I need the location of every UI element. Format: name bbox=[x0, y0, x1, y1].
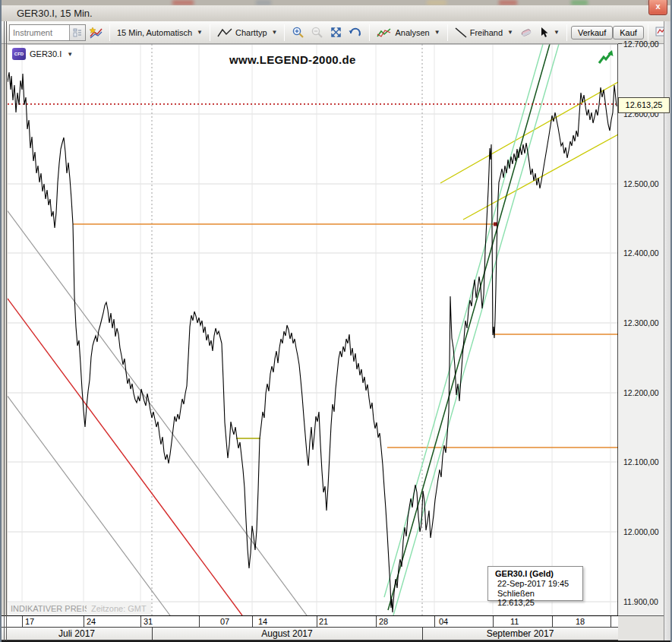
chart-window: GER30.I, 15 Min. x 15 Min, Aut bbox=[0, 0, 672, 642]
month-label: September 2017 bbox=[487, 628, 554, 639]
tooltip-datetime: 22-Sep-2017 19:45 bbox=[495, 579, 582, 588]
date-axis-separator bbox=[434, 616, 435, 628]
month-separator bbox=[422, 628, 423, 640]
symbol-selector[interactable]: CFD GER30.I ▼ bbox=[12, 48, 73, 60]
month-axis: Juli 2017August 2017September 2017 bbox=[2, 628, 618, 640]
charttype-label: Charttyp bbox=[235, 28, 267, 37]
current-price-label: 12.613,25 bbox=[618, 97, 670, 113]
background-smudge bbox=[499, 0, 517, 5]
right-splitter-strip[interactable] bbox=[664, 21, 672, 642]
zoom-in-button[interactable] bbox=[289, 26, 308, 39]
background-windows-strip bbox=[2, 0, 672, 5]
buy-button[interactable]: Kauf bbox=[613, 26, 644, 40]
month-label: Juli 2017 bbox=[58, 628, 95, 639]
window-title: GER30.I, 15 Min. bbox=[2, 8, 93, 19]
window-frame-line bbox=[6, 21, 7, 640]
date-axis-label: 14 bbox=[258, 617, 267, 626]
eraser-icon bbox=[519, 27, 533, 38]
analysen-dropdown[interactable]: Analysen ▼ bbox=[374, 27, 443, 38]
date-axis-label: 24 bbox=[87, 617, 96, 626]
cursor-dropdown[interactable]: ▼ bbox=[536, 27, 563, 38]
zoom-in-icon bbox=[292, 26, 304, 39]
price-axis-label: 12.400,00 bbox=[623, 248, 659, 258]
sell-button[interactable]: Verkauf bbox=[571, 26, 613, 40]
price-axis-label: 12.500,00 bbox=[623, 179, 659, 188]
date-axis-label: 17 bbox=[25, 617, 34, 626]
cfd-instrument-icon: CFD bbox=[12, 48, 26, 60]
chevron-down-icon: ▼ bbox=[272, 29, 278, 36]
date-axis-separator bbox=[22, 616, 23, 628]
date-axis-separator bbox=[252, 616, 253, 628]
toolbar-separator bbox=[284, 24, 285, 41]
pan-button[interactable] bbox=[327, 26, 345, 39]
zoom-out-button[interactable] bbox=[308, 26, 327, 39]
analysis-lines-icon bbox=[377, 27, 392, 38]
chevron-down-icon: ▼ bbox=[554, 29, 560, 36]
background-smudge bbox=[427, 0, 446, 5]
toolbar-separator bbox=[369, 24, 370, 41]
price-axis-label: 11.900,00 bbox=[623, 597, 658, 606]
chart-plot-area[interactable] bbox=[8, 44, 618, 615]
window-frame-line bbox=[4, 21, 5, 640]
line-chart-icon bbox=[217, 28, 232, 37]
instrument-search-box[interactable] bbox=[9, 24, 86, 41]
date-axis-separator bbox=[610, 616, 611, 628]
date-axis-label: 31 bbox=[144, 617, 153, 626]
date-axis-separator bbox=[376, 616, 377, 628]
background-smudge bbox=[172, 0, 194, 5]
data-window-tooltip: GER30.I (Geld) 22-Sep-2017 19:45 Schließ… bbox=[487, 566, 583, 601]
price-axis-label: 12.100,00 bbox=[623, 457, 659, 466]
chevron-down-icon: ▼ bbox=[67, 51, 73, 58]
instrument-input[interactable] bbox=[10, 26, 69, 40]
date-axis-separator bbox=[140, 616, 141, 628]
trend-up-arrow-icon bbox=[597, 49, 615, 67]
analysen-label: Analysen bbox=[395, 28, 429, 37]
tooltip-title: GER30.I (Geld) bbox=[495, 569, 582, 578]
timeframe-label: 15 Min, Automatisch bbox=[117, 28, 192, 37]
date-axis[interactable]: 17243107142128041118 bbox=[2, 615, 618, 628]
instrument-dropdown-button[interactable] bbox=[69, 25, 85, 40]
tooltip-close: Schließen 12.613,25 bbox=[495, 589, 582, 607]
move-arrows-icon bbox=[330, 26, 342, 39]
date-axis-label: 11 bbox=[510, 617, 519, 626]
charttype-dropdown[interactable]: Charttyp ▼ bbox=[214, 28, 281, 37]
month-separator bbox=[152, 628, 153, 640]
zoom-out-icon bbox=[311, 26, 323, 39]
price-axis-label: 12.700,00 bbox=[623, 40, 659, 49]
title-bar[interactable]: GER30.I, 15 Min. bbox=[2, 5, 672, 21]
favorites-chart-button[interactable] bbox=[86, 27, 106, 39]
date-axis-separator bbox=[317, 616, 317, 628]
tooltip-close-label: Schließen bbox=[497, 589, 535, 598]
list-icon bbox=[73, 28, 82, 37]
undo-button[interactable] bbox=[345, 27, 365, 39]
toolbar-separator bbox=[109, 24, 110, 41]
star-chart-icon bbox=[89, 27, 103, 39]
cursor-arrow-icon bbox=[539, 27, 549, 38]
timezone-note: Zeitzone: GMT bbox=[87, 602, 151, 615]
price-axis[interactable]: 12.700,0012.600,0012.500,0012.400,0012.3… bbox=[618, 44, 664, 615]
background-smudge bbox=[571, 0, 588, 5]
date-axis-separator bbox=[493, 616, 494, 628]
indicative-price-note: INDIKATIVER PREIS bbox=[8, 602, 94, 615]
eraser-button[interactable] bbox=[516, 27, 536, 38]
toolbar: 15 Min, Automatisch ▼ Charttyp ▼ bbox=[2, 21, 672, 44]
date-axis-separator bbox=[199, 616, 200, 628]
freihand-dropdown[interactable]: Freihand ▼ bbox=[452, 27, 516, 38]
diagonal-line-icon bbox=[455, 27, 467, 38]
background-smudge bbox=[256, 0, 271, 5]
date-axis-label: 07 bbox=[220, 617, 229, 626]
undo-icon bbox=[349, 27, 362, 39]
price-axis-label: 12.000,00 bbox=[623, 527, 659, 536]
date-axis-separator bbox=[84, 616, 84, 628]
axis-corner bbox=[618, 615, 664, 642]
watermark-text: www.LEGEND-2000.de bbox=[229, 53, 356, 66]
symbol-label: GER30.I bbox=[30, 49, 62, 59]
timeframe-dropdown[interactable]: 15 Min, Automatisch ▼ bbox=[114, 28, 206, 37]
toolbar-separator bbox=[447, 24, 448, 41]
date-axis-label: 04 bbox=[439, 617, 448, 626]
close-button[interactable]: x bbox=[648, 0, 667, 15]
price-axis-label: 12.300,00 bbox=[623, 318, 659, 327]
date-axis-separator bbox=[552, 616, 553, 628]
date-axis-label: 21 bbox=[319, 617, 328, 626]
chevron-down-icon: ▼ bbox=[507, 29, 513, 36]
